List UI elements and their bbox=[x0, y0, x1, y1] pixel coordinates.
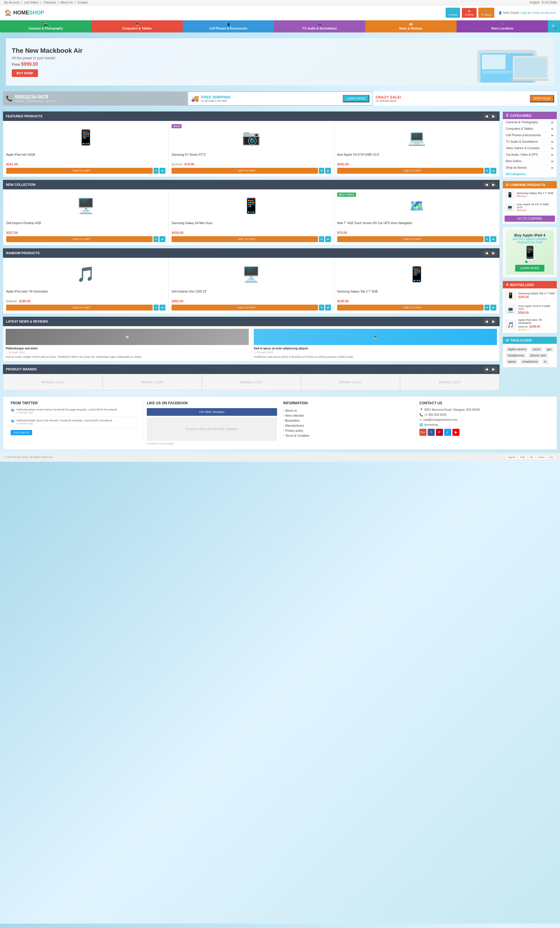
facebook-icon[interactable]: f bbox=[428, 429, 435, 436]
google-plus-icon[interactable]: G+ bbox=[419, 429, 426, 436]
cat-item[interactable]: Car Audio, Video & GPS▶ bbox=[503, 151, 557, 158]
nav-search-btn[interactable]: 🔍 bbox=[548, 20, 560, 32]
best-price: $269.00 $189.00 bbox=[518, 325, 555, 328]
cat-item[interactable]: TV, Audio & Surveillance▶ bbox=[503, 139, 557, 145]
youtube-icon[interactable]: ▶ bbox=[452, 429, 460, 436]
wishlist-btn[interactable]: ♥ bbox=[485, 236, 490, 242]
cat-item[interactable]: Best Sellers▶ bbox=[503, 158, 557, 165]
tag[interactable]: smartphone bbox=[520, 359, 540, 364]
cat-item[interactable]: Cell Phones & Accessories▶ bbox=[503, 132, 557, 139]
tag[interactable]: digital camera bbox=[506, 347, 528, 352]
cat-item[interactable]: Shop by Brands▶ bbox=[503, 165, 557, 171]
random-products-prev-btn[interactable]: ◀ bbox=[483, 250, 490, 256]
follow-btn[interactable]: FOLLOW US bbox=[11, 430, 32, 435]
phones-label: Cell Phones & Accessories bbox=[209, 27, 247, 30]
go-compare-btn[interactable]: GO TO COMPARE bbox=[505, 215, 555, 222]
cat-item[interactable]: Cameras & Photography▶ bbox=[503, 119, 557, 126]
add-to-cart-btn[interactable]: 🛒 ADD TO CART bbox=[337, 168, 484, 174]
promo-learn-more-btn[interactable]: LEARN MORE bbox=[515, 265, 544, 272]
logo[interactable]: 🏠 HOMESHOP bbox=[5, 9, 44, 16]
compare-btn[interactable]: ⇄ bbox=[490, 168, 496, 174]
featured-next-btn[interactable]: ▶ bbox=[490, 113, 497, 119]
currency-selector[interactable]: $ US Dollar bbox=[542, 1, 557, 4]
about-link[interactable]: About Us bbox=[61, 1, 73, 4]
add-to-cart-btn[interactable]: 🛒 ADD TO CART bbox=[6, 168, 153, 174]
new-collection-next-btn[interactable]: ▶ bbox=[490, 182, 497, 187]
tag[interactable]: laptop bbox=[506, 359, 518, 364]
new-collection-prev-btn[interactable]: ◀ bbox=[483, 182, 490, 187]
brand-item[interactable]: BRAND LOGO bbox=[301, 374, 400, 390]
compare-btn[interactable]: ⇄ bbox=[160, 236, 165, 242]
my-account-link[interactable]: My Account bbox=[4, 1, 20, 4]
nav-computers[interactable]: 🖥️ Computers & Tablets bbox=[91, 20, 183, 32]
brands-next-btn[interactable]: ▶ bbox=[490, 366, 497, 372]
info-link[interactable]: Manufacturers bbox=[283, 423, 413, 428]
compare-btn[interactable]: ⇄ bbox=[490, 305, 496, 310]
compare-remove-btn[interactable]: Remove bbox=[517, 209, 555, 212]
add-to-cart-btn[interactable]: 🛒 ADD TO CART bbox=[337, 305, 484, 310]
wishlist-icon-box[interactable]: ♥ 2 Items bbox=[462, 8, 476, 18]
twitter-social-icon[interactable]: t bbox=[444, 429, 451, 436]
compare-btn[interactable]: ⇄ bbox=[325, 168, 331, 174]
info-link[interactable]: Bestsellers bbox=[283, 418, 413, 423]
featured-prev-btn[interactable]: ◀ bbox=[483, 113, 490, 119]
contact-link[interactable]: Contact bbox=[78, 1, 88, 4]
cart-empty-icon-box[interactable]: 🛒 0 Items bbox=[446, 8, 460, 18]
nav-store[interactable]: 📍 Store Locations bbox=[457, 20, 548, 32]
add-to-cart-btn[interactable]: 🛒 ADD TO CART bbox=[6, 305, 153, 310]
tag[interactable]: canon bbox=[531, 347, 543, 352]
add-to-cart-btn[interactable]: 🛒 ADD TO CART bbox=[172, 236, 318, 242]
wishlist-btn[interactable]: ♥ bbox=[485, 168, 490, 174]
cat-item[interactable]: Video Games & Consoles▶ bbox=[503, 145, 557, 151]
wishlist-btn[interactable]: ♥ bbox=[154, 168, 158, 174]
tag[interactable]: iphone case bbox=[528, 353, 548, 358]
brand-item[interactable]: BRAND LOGO bbox=[3, 374, 102, 390]
cat-item[interactable]: Computers & Tablets▶ bbox=[503, 126, 557, 132]
pinterest-icon[interactable]: P bbox=[436, 429, 443, 436]
add-to-cart-btn[interactable]: 🛒 ADD TO CART bbox=[337, 236, 484, 242]
nav-news[interactable]: 📰 News & Reviews bbox=[365, 20, 457, 32]
compare-btn[interactable]: ⇄ bbox=[160, 305, 165, 310]
nav-phones[interactable]: 📱 Cell Phones & Accessories bbox=[183, 20, 274, 32]
tag[interactable]: gps bbox=[545, 347, 554, 352]
language-selector[interactable]: English bbox=[530, 1, 540, 4]
login-link[interactable]: Login bbox=[520, 11, 527, 14]
compare-btn[interactable]: ⇄ bbox=[325, 236, 331, 242]
compare-remove-btn[interactable]: Remove bbox=[517, 195, 555, 198]
brand-item[interactable]: BRAND LOGO bbox=[400, 374, 499, 390]
compare-btn[interactable]: ⇄ bbox=[160, 168, 165, 174]
brand-item[interactable]: BRAND LOGO bbox=[202, 374, 301, 390]
nav-cameras[interactable]: 📷 Cameras & Photography bbox=[0, 20, 91, 32]
buy-now-button[interactable]: BUY NOW! bbox=[12, 69, 38, 77]
add-to-cart-btn[interactable]: 🛒 ADD TO CART bbox=[6, 236, 153, 242]
wishlist-btn[interactable]: ♥ bbox=[319, 236, 324, 242]
nav-tv[interactable]: 📺 TV, Audio & Surveillance bbox=[274, 20, 365, 32]
learn-more-shipping-btn[interactable]: LEARN MORE bbox=[343, 95, 369, 102]
info-link[interactable]: Terms & Condition bbox=[283, 433, 413, 438]
info-link[interactable]: Privacy policy bbox=[283, 428, 413, 433]
compare-btn[interactable]: ⇄ bbox=[325, 305, 331, 310]
list-orders-link[interactable]: List Orders bbox=[24, 1, 39, 4]
compare-btn[interactable]: ⇄ bbox=[490, 236, 496, 242]
tag[interactable]: headphones bbox=[506, 353, 526, 358]
wishlist-btn[interactable]: ♥ bbox=[319, 168, 324, 174]
wishlist-btn[interactable]: ♥ bbox=[485, 305, 490, 310]
info-link[interactable]: About us bbox=[283, 408, 413, 413]
wishlist-btn[interactable]: ♥ bbox=[154, 305, 158, 310]
random-products-next-btn[interactable]: ▶ bbox=[490, 250, 497, 256]
brand-item[interactable]: BRAND LOGO bbox=[103, 374, 202, 390]
all-categories-link[interactable]: All Categories bbox=[503, 171, 557, 177]
info-link[interactable]: New collection bbox=[283, 413, 413, 418]
tag[interactable]: tv bbox=[542, 359, 548, 364]
cart-icon-box[interactable]: 🛒 17 Items bbox=[478, 8, 495, 18]
news-prev-btn[interactable]: ◀ bbox=[483, 319, 490, 324]
news-next-btn[interactable]: ▶ bbox=[490, 319, 497, 324]
wishlist-btn[interactable]: ♥ bbox=[319, 305, 324, 310]
checkout-link[interactable]: Checkout bbox=[43, 1, 56, 4]
brands-prev-btn[interactable]: ◀ bbox=[483, 366, 490, 372]
shop-now-btn[interactable]: SHOP NOW! bbox=[530, 95, 554, 102]
add-to-cart-btn[interactable]: 🛒 ADD TO CART bbox=[172, 305, 318, 310]
add-to-cart-btn[interactable]: 🛒 ADD TO CART bbox=[172, 168, 318, 174]
create-account-link[interactable]: Create an Account bbox=[531, 11, 555, 14]
wishlist-btn[interactable]: ♥ bbox=[154, 236, 158, 242]
